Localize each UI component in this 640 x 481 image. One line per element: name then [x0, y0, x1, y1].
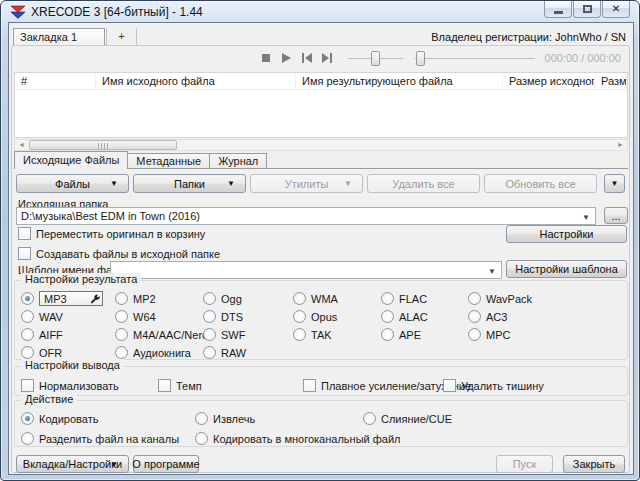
format-alac-radio[interactable]: ALAC: [381, 309, 468, 324]
normalize-checkbox[interactable]: Нормализовать: [21, 379, 158, 392]
action-multichannel-radio[interactable]: Кодировать в многоканальный файл: [195, 431, 627, 446]
radio-dot[interactable]: [21, 328, 34, 341]
format-mp2-radio[interactable]: MP2: [115, 291, 203, 306]
radio-dot[interactable]: [381, 328, 394, 341]
action-extract-radio[interactable]: Извлечь: [195, 411, 363, 426]
template-settings-button[interactable]: Настройки шаблона: [506, 260, 627, 278]
close-app-button[interactable]: Закрыть: [563, 455, 625, 473]
next-track-button[interactable]: [322, 53, 332, 64]
seek-thumb[interactable]: [416, 51, 425, 66]
play-button[interactable]: [282, 53, 292, 64]
scroll-right-icon[interactable]: ►: [614, 140, 627, 150]
radio-dot[interactable]: [468, 310, 481, 323]
format-audiobook-radio[interactable]: Аудиокнига: [115, 345, 203, 360]
wrench-icon[interactable]: [90, 294, 100, 304]
seek-slider[interactable]: [415, 51, 535, 66]
create-in-source-checkbox[interactable]: Создавать файлы в исходной папке: [18, 247, 220, 260]
radio-dot[interactable]: [293, 310, 306, 323]
volume-slider[interactable]: [348, 51, 403, 66]
tempo-checkbox[interactable]: Темп: [158, 379, 303, 392]
start-button[interactable]: Пуск: [496, 455, 553, 473]
format-dts-radio[interactable]: DTS: [203, 309, 293, 324]
checkbox-box[interactable]: [303, 379, 316, 392]
checkbox-box[interactable]: [443, 379, 456, 392]
format-opus-radio[interactable]: Opus: [293, 309, 381, 324]
radio-dot[interactable]: [21, 412, 34, 425]
format-ogg-radio[interactable]: Ogg: [203, 291, 293, 306]
format-ofr-radio[interactable]: OFR: [21, 345, 115, 360]
titlebar[interactable]: XRECODE 3 [64-битный] - 1.44 ✕: [1, 1, 639, 22]
format-wav-radio[interactable]: WAV: [21, 309, 115, 324]
radio-dot[interactable]: [195, 412, 208, 425]
tab-bookmark-1[interactable]: Закладка 1: [13, 28, 105, 46]
template-combobox[interactable]: ▼: [110, 261, 502, 279]
tab-settings-button[interactable]: Вкладка/Настройки ▼: [16, 455, 129, 473]
format-swf-radio[interactable]: SWF: [203, 327, 293, 342]
radio-dot[interactable]: [203, 310, 216, 323]
scrollbar-thumb[interactable]: [29, 140, 177, 150]
format-ac3-radio[interactable]: AC3: [468, 309, 627, 324]
action-encode-radio[interactable]: Кодировать: [21, 411, 195, 426]
maximize-button[interactable]: [573, 1, 601, 18]
action-split-channels-radio[interactable]: Разделить файл на каналы: [21, 431, 195, 446]
folders-button[interactable]: Папки ▼: [133, 174, 246, 193]
files-button[interactable]: Файлы ▼: [16, 174, 129, 193]
radio-dot[interactable]: [381, 310, 394, 323]
radio-dot[interactable]: [115, 346, 128, 359]
format-tak-radio[interactable]: TAK: [293, 327, 381, 342]
format-mp3-selected-box[interactable]: MP3: [39, 291, 103, 306]
radio-dot[interactable]: [203, 328, 216, 341]
radio-dot[interactable]: [468, 328, 481, 341]
output-folder-combobox[interactable]: D:\музыка\Best EDM in Town (2016) ▼: [16, 207, 596, 225]
column-result-name[interactable]: Имя результирующего файла: [296, 73, 503, 89]
radio-dot[interactable]: [21, 292, 34, 305]
format-w64-radio[interactable]: W64: [115, 309, 203, 324]
radio-dot[interactable]: [115, 310, 128, 323]
tab-output-files[interactable]: Исходящие Файлы: [14, 151, 128, 169]
scroll-left-icon[interactable]: ◄: [15, 140, 28, 150]
radio-dot[interactable]: [203, 292, 216, 305]
remove-silence-checkbox[interactable]: Удалить тишину: [443, 379, 627, 392]
format-wavpack-radio[interactable]: WavPack: [468, 291, 627, 306]
minimize-button[interactable]: [544, 1, 572, 18]
tab-metadata[interactable]: Метаданные: [128, 153, 210, 169]
radio-dot[interactable]: [468, 292, 481, 305]
stop-button[interactable]: [262, 53, 272, 64]
settings-button[interactable]: Настройки: [506, 225, 627, 243]
format-mp3-radio[interactable]: MP3: [21, 291, 115, 306]
chevron-down-icon[interactable]: ▼: [488, 267, 496, 276]
chevron-down-icon[interactable]: ▼: [582, 213, 590, 222]
format-flac-radio[interactable]: FLAC: [381, 291, 468, 306]
radio-dot[interactable]: [21, 346, 34, 359]
format-mpc-radio[interactable]: MPC: [468, 327, 627, 342]
remove-all-button[interactable]: Удалить все: [367, 174, 480, 193]
format-aiff-radio[interactable]: AIFF: [21, 327, 115, 342]
volume-thumb[interactable]: [371, 51, 380, 66]
add-tab-button[interactable]: +: [107, 28, 136, 46]
radio-dot[interactable]: [21, 310, 34, 323]
column-source-size[interactable]: Размер исходного файла: [503, 73, 595, 89]
checkbox-box[interactable]: [18, 247, 31, 260]
format-wma-radio[interactable]: WMA: [293, 291, 381, 306]
checkbox-box[interactable]: [18, 227, 31, 240]
close-button[interactable]: ✕: [602, 1, 630, 18]
utilities-button[interactable]: Утилиты ▼: [250, 174, 363, 193]
format-ape-radio[interactable]: APE: [381, 327, 468, 342]
about-button[interactable]: О программе: [133, 455, 199, 473]
radio-dot[interactable]: [195, 432, 208, 445]
format-raw-radio[interactable]: RAW: [203, 345, 293, 360]
action-merge-cue-radio[interactable]: Слияние/CUE: [363, 411, 627, 426]
horizontal-scrollbar[interactable]: ◄ ►: [14, 139, 628, 151]
checkbox-box[interactable]: [21, 379, 34, 392]
radio-dot[interactable]: [115, 328, 128, 341]
tab-log[interactable]: Журнал: [210, 153, 267, 169]
fade-checkbox[interactable]: Плавное усиление/затухание: [303, 379, 443, 392]
column-source-name[interactable]: Имя исходного файла: [96, 73, 296, 89]
more-actions-button[interactable]: ▼: [604, 174, 625, 193]
previous-track-button[interactable]: [302, 53, 312, 64]
format-m4a-radio[interactable]: M4A/AAC/Nero: [115, 327, 203, 342]
column-result-size[interactable]: Разме: [595, 73, 627, 89]
refresh-all-button[interactable]: Обновить все: [484, 174, 597, 193]
column-number[interactable]: #: [15, 73, 96, 89]
checkbox-box[interactable]: [158, 379, 171, 392]
